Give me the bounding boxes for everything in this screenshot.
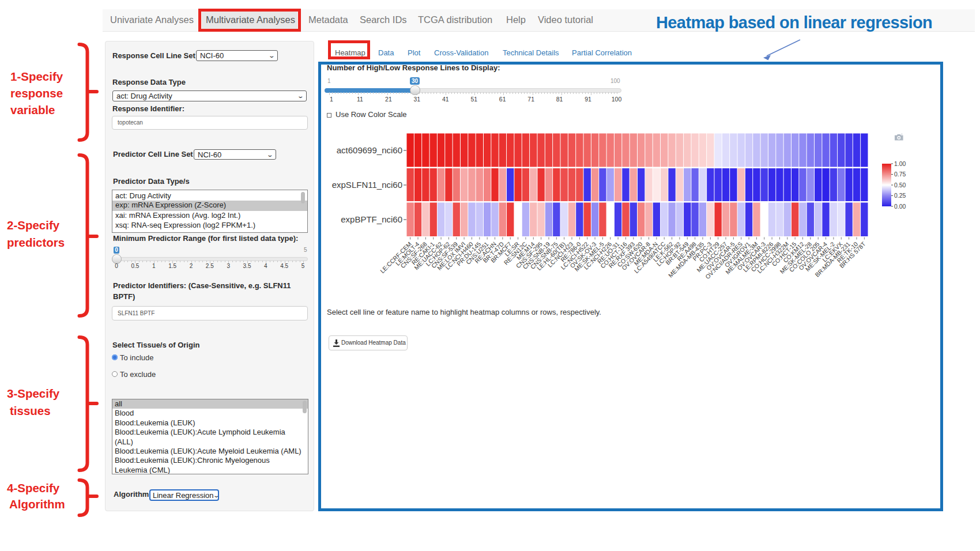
svg-text:1.00: 1.00 (894, 160, 906, 167)
svg-text:0.00: 0.00 (894, 203, 906, 210)
svg-text:act609699_nci60: act609699_nci60 (337, 145, 402, 155)
svg-text:expSLFN11_nci60: expSLFN11_nci60 (332, 180, 402, 190)
svg-text:0.25: 0.25 (894, 192, 906, 199)
svg-text:expBPTF_nci60: expBPTF_nci60 (341, 214, 402, 224)
svg-text:0.75: 0.75 (894, 171, 906, 178)
svg-text:0.50: 0.50 (894, 182, 906, 188)
